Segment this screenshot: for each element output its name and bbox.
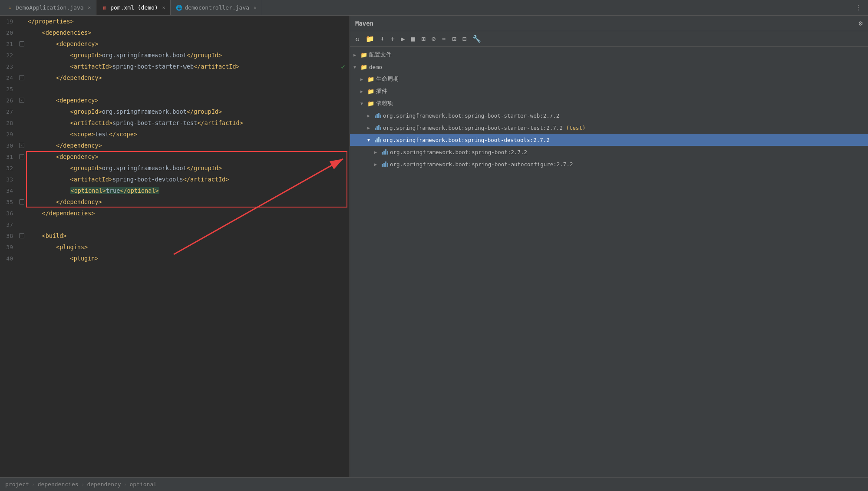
maven-expand-btn[interactable]: ⬌ [440, 34, 448, 44]
line-num-27: 27 [0, 109, 17, 115]
maven-collapse-btn[interactable]: ⊡ [450, 34, 458, 44]
gutter-38: - [17, 233, 26, 238]
code-line-20: 20 <dependencies> [0, 27, 350, 38]
code-line-29: 29 <scope>test</scope> [0, 129, 350, 140]
line-content-31: <dependency> [26, 153, 350, 160]
tree-item-plugins[interactable]: ▶ 📁 插件 [350, 85, 868, 97]
code-line-33: 33 <artifactId>spring-boot-devtools</art… [0, 174, 350, 185]
dep2-label: org.springframework.boot:spring-boot-sta… [383, 125, 586, 131]
line-content-22: <groupId>org.springframework.boot</group… [26, 52, 350, 59]
tree-item-dep3[interactable]: ▼ org.springframework.boot:spring-boot-d… [350, 134, 868, 146]
maven-download-btn[interactable]: ⬇ [379, 34, 386, 44]
maven-wrench-btn[interactable]: 🔧 [471, 34, 483, 44]
status-project[interactable]: project [5, 481, 29, 488]
line-num-20: 20 [0, 30, 17, 36]
maven-refresh-btn[interactable]: ↻ [353, 34, 361, 44]
maven-stop-btn[interactable]: ■ [409, 34, 417, 44]
maven-add-btn[interactable]: + [389, 34, 396, 44]
tree-item-demo[interactable]: ▼ 📁 demo [350, 61, 868, 73]
line-content-23: <artifactId>spring-boot-starter-web</art… [26, 63, 350, 70]
status-dependencies[interactable]: dependencies [38, 481, 79, 488]
editor-content[interactable]: 19 </properties> 20 <dependencies> 21 - … [0, 16, 350, 477]
tab-demo-application[interactable]: ☕ DemoApplication.java ✕ [2, 0, 96, 15]
line-num-24: 24 [0, 75, 17, 81]
tab-menu-button[interactable]: ⋮ [851, 3, 866, 12]
code-line-32: 32 <groupId>org.springframework.boot</gr… [0, 162, 350, 174]
tree-item-dep2[interactable]: ▶ org.springframework.boot:spring-boot-s… [350, 122, 868, 134]
tree-arrow-dep3-2: ▶ [374, 162, 380, 167]
maven-settings-icon[interactable]: ⚙ [858, 19, 863, 27]
code-line-24: 24 - </dependency> [0, 72, 350, 83]
maven-toggle-btn[interactable]: ⊞ [419, 34, 427, 44]
line-num-32: 32 [0, 165, 17, 171]
status-dependency[interactable]: dependency [87, 481, 121, 488]
folder-icon-demo: 📁 [360, 63, 367, 70]
tab-demo-controller[interactable]: 🌐 democontroller.java ✕ [171, 0, 262, 15]
lifecycle-label: 生命周期 [376, 76, 399, 83]
maven-header: Maven ⚙ [350, 16, 868, 31]
tab-close-pom[interactable]: ✕ [162, 5, 165, 10]
tree-arrow-dep3: ▼ [367, 138, 373, 142]
line-content-28: <artifactId>spring-boot-starter-test</ar… [26, 119, 350, 126]
gutter-26: - [17, 98, 26, 103]
code-line-38: 38 - <build> [0, 230, 350, 241]
dep-icon-3 [374, 136, 381, 143]
line-content-29: <scope>test</scope> [26, 131, 350, 138]
line-content-38: <build> [26, 232, 350, 239]
config-label: 配置文件 [369, 51, 392, 59]
code-line-22: 22 <groupId>org.springframework.boot</gr… [0, 49, 350, 61]
gutter-icon-26: - [19, 98, 24, 103]
maven-tree[interactable]: ▶ 📁 配置文件 ▼ 📁 demo ▶ 📁 生命周期 ▶ 📁 插件 [350, 47, 868, 477]
maven-settings-btn2[interactable]: ⊟ [461, 34, 469, 44]
tree-item-dep3-2[interactable]: ▶ org.springframework.boot:spring-boot-a… [350, 158, 868, 170]
java-file-icon: ☕ [7, 5, 13, 11]
tree-item-lifecycle[interactable]: ▶ 📁 生命周期 [350, 73, 868, 85]
code-line-25: 25 [0, 83, 350, 95]
tree-arrow-lifecycle: ▶ [360, 77, 366, 82]
optional-tag: <optional>true</optional> [70, 187, 159, 194]
maven-panel: Maven ⚙ ↻ 📁 ⬇ + ▶ ■ ⊞ ⊘ ⬌ ⊡ ⊟ 🔧 ▶ 📁 配置文件 [350, 16, 868, 477]
status-bar: project › dependencies › dependency › op… [0, 477, 868, 491]
dep-icon-3-1 [381, 148, 388, 155]
maven-toolbar: ↻ 📁 ⬇ + ▶ ■ ⊞ ⊘ ⬌ ⊡ ⊟ 🔧 [350, 31, 868, 47]
line-content-24: </dependency> [26, 74, 350, 81]
tree-arrow-deps: ▼ [360, 101, 366, 106]
code-line-39: 39 <plugins> [0, 241, 350, 253]
maven-skip-btn[interactable]: ⊘ [430, 34, 438, 44]
line-num-19: 19 [0, 18, 17, 25]
code-line-19: 19 </properties> [0, 16, 350, 27]
line-num-39: 39 [0, 244, 17, 250]
status-optional[interactable]: optional [129, 481, 157, 488]
code-line-40: 40 <plugin> [0, 253, 350, 264]
line-content-34: <optional>true</optional> [26, 187, 350, 194]
tab-close-demo[interactable]: ✕ [88, 5, 91, 10]
line-num-28: 28 [0, 120, 17, 126]
status-sep-3: › [124, 481, 127, 488]
tab-pom-xml[interactable]: m pom.xml (demo) ✕ [96, 0, 171, 15]
demo-label: demo [369, 64, 382, 70]
tab-close-controller[interactable]: ✕ [254, 5, 257, 10]
code-line-26: 26 - <dependency> [0, 95, 350, 106]
line-content-26: <dependency> [26, 97, 350, 104]
line-content-30: </dependency> [26, 142, 350, 149]
tree-item-config[interactable]: ▶ 📁 配置文件 [350, 49, 868, 61]
dep3-1-label: org.springframework.boot:spring-boot:2.7… [390, 149, 527, 155]
maven-file-icon: m [102, 5, 108, 11]
tree-item-dep1[interactable]: ▶ org.springframework.boot:spring-boot-s… [350, 109, 868, 122]
tab-bar: ☕ DemoApplication.java ✕ m pom.xml (demo… [0, 0, 868, 16]
folder-icon-plugins: 📁 [367, 88, 374, 95]
line-content-27: <groupId>org.springframework.boot</group… [26, 108, 350, 115]
code-line-37: 37 [0, 219, 350, 230]
checkmark: ✓ [341, 63, 345, 71]
tree-arrow-dep2: ▶ [367, 125, 373, 130]
maven-run-btn[interactable]: ▶ [399, 34, 407, 44]
line-num-35: 35 [0, 199, 17, 205]
line-num-40: 40 [0, 255, 17, 262]
maven-open-btn[interactable]: 📁 [364, 34, 376, 44]
line-content-21: <dependency> [26, 40, 350, 47]
tree-item-dep3-1[interactable]: ▶ org.springframework.boot:spring-boot:2… [350, 146, 868, 158]
tree-item-deps[interactable]: ▼ 📁 依赖项 [350, 97, 868, 109]
code-line-30: 30 - </dependency> [0, 140, 350, 151]
dep1-label: org.springframework.boot:spring-boot-sta… [383, 112, 559, 119]
line-content-39: <plugins> [26, 244, 350, 250]
